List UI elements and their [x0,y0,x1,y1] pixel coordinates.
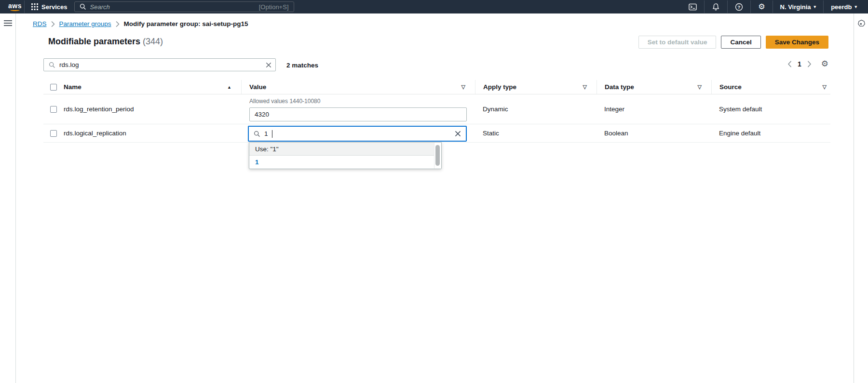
clear-combobox-button[interactable] [455,131,461,137]
table-row: rds.log_retention_period Allowed values … [43,94,830,124]
hamburger-icon [4,20,12,21]
open-sidebar-button[interactable] [4,20,12,27]
nav-divider [773,0,773,13]
breadcrumb-current-page: Modify parameter group: sai-setup-pg15 [124,20,248,27]
aws-logo-text: aws [8,3,22,9]
previous-page-button[interactable] [787,61,792,67]
column-header-apply-type[interactable]: Apply type ▽ [475,80,597,94]
aws-logo[interactable]: aws [7,3,23,11]
page-title-text: Modifiable parameters [48,37,140,46]
row-checkbox[interactable] [50,130,57,137]
pagination: 1 ⚙ [787,60,828,68]
parameter-name-cell: rds.logical_replication [61,124,241,142]
nav-divider [823,0,824,13]
combobox-query-text: 1 [264,130,268,137]
column-header-name[interactable]: Name ▲ [61,80,241,94]
column-header-data-type[interactable]: Data type ▽ [597,80,711,94]
aws-logo-smile [10,9,20,11]
sort-ascending-icon[interactable]: ▲ [227,85,231,90]
right-side-rail [854,13,868,383]
table-preferences-gear-icon[interactable]: ⚙ [821,60,828,68]
breadcrumb-rds-link[interactable]: RDS [33,20,47,27]
search-icon [254,131,260,137]
parameter-value-cell: 1 [241,124,475,142]
source-cell: Engine default [711,124,830,142]
set-to-default-button[interactable]: Set to default value [638,36,717,49]
parameters-table: Name ▲ Value ▽ Apply type ▽ Data type ▽ … [43,80,830,143]
cloudshell-button[interactable] [682,0,703,13]
top-nav-right: ? ⚙ N. Virginia ▾ peerdb ▾ [682,0,868,13]
settings-button[interactable]: ⚙ [752,0,771,13]
chevron-down-icon: ▾ [854,5,857,9]
services-grid-icon [31,3,38,10]
search-icon [49,62,55,68]
parameter-filter-box [43,58,276,71]
account-label: peerdb [831,3,852,11]
table-row: rds.logical_replication 1 Static Boolean… [43,124,830,143]
parameter-filter-input[interactable] [59,61,262,68]
gear-icon: ⚙ [758,3,765,11]
nav-divider [704,0,705,13]
global-search-placeholder: Search [90,3,255,11]
filter-source-column-icon[interactable]: ▽ [823,84,827,90]
use-typed-value-option[interactable]: Use: "1" [249,143,441,156]
data-type-cell: Boolean [597,124,711,142]
svg-text:?: ? [738,4,741,9]
apply-type-cell: Static [475,124,597,142]
question-circle-icon: ? [735,3,743,11]
account-menu[interactable]: peerdb ▾ [825,0,863,13]
nav-divider [750,0,751,13]
row-checkbox[interactable] [50,106,57,113]
filter-data-type-column-icon[interactable]: ▽ [698,84,702,90]
dropdown-scrollbar-thumb[interactable] [435,145,440,166]
page-title: Modifiable parameters(344) [48,37,163,47]
logical-replication-value-combobox[interactable]: 1 [248,126,467,142]
select-all-checkbox[interactable] [50,84,57,91]
nav-divider [727,0,728,13]
global-search-box[interactable]: Search [Option+S] [74,1,294,12]
header-actions: Set to default value Cancel Save Changes [638,36,828,49]
cancel-button[interactable]: Cancel [721,36,760,49]
left-side-rail [0,13,16,383]
apply-type-cell: Dynamic [475,94,597,124]
help-button[interactable]: ? [729,0,749,13]
next-page-button[interactable] [807,61,812,67]
dropdown-scrollbar-track [434,143,441,169]
notifications-button[interactable] [705,0,726,13]
table-header-row: Name ▲ Value ▽ Apply type ▽ Data type ▽ … [43,80,830,94]
region-selector[interactable]: N. Virginia ▾ [774,0,823,13]
bell-icon [712,3,720,11]
dropdown-option-1[interactable]: 1 [249,156,441,169]
top-nav-left: aws Services Search [Option+S] [0,0,294,13]
top-navigation-bar: aws Services Search [Option+S] [0,0,868,13]
allowed-values-hint: Allowed values 1440-10080 [249,98,475,105]
cloudshell-terminal-icon [689,3,697,11]
column-header-value[interactable]: Value ▽ [241,80,475,94]
region-label: N. Virginia [780,3,811,11]
match-count-label: 2 matches [286,62,318,69]
value-suggestions-dropdown: Use: "1" 1 [249,142,442,169]
chevron-right-icon [116,21,120,27]
nav-divider [24,0,25,13]
source-cell: System default [711,94,830,124]
filter-value-column-icon[interactable]: ▽ [461,84,465,90]
save-changes-button[interactable]: Save Changes [766,36,828,49]
chevron-right-icon [51,21,55,27]
filter-apply-type-column-icon[interactable]: ▽ [583,84,587,90]
text-cursor [272,130,272,138]
clear-filter-button[interactable] [266,62,271,68]
search-icon [80,3,86,10]
services-menu-button[interactable]: Services [26,0,73,13]
search-shortcut-hint: [Option+S] [259,3,289,11]
side-panel-icon[interactable] [857,19,866,27]
parameter-name-cell: rds.log_retention_period [61,94,241,124]
parameter-value-cell: Allowed values 1440-10080 [241,94,475,124]
retention-period-value-input[interactable] [249,107,467,121]
breadcrumb-parameter-groups-link[interactable]: Parameter groups [59,20,111,27]
chevron-down-icon: ▾ [814,5,816,9]
data-type-cell: Integer [597,94,711,124]
services-label: Services [41,3,68,11]
column-header-source[interactable]: Source ▽ [711,80,830,94]
breadcrumb: RDS Parameter groups Modify parameter gr… [33,20,248,27]
page-number[interactable]: 1 [798,60,801,68]
